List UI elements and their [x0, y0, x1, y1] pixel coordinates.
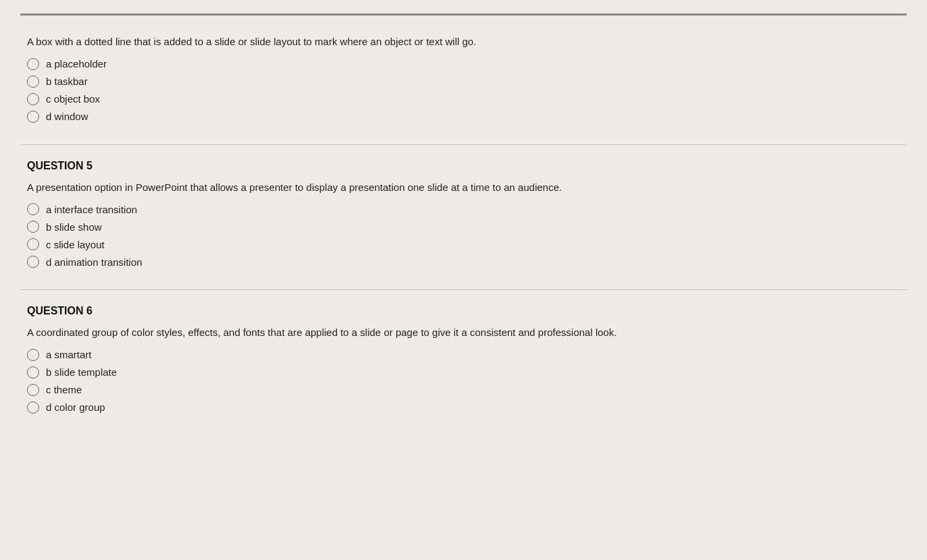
options-list-6: a smartart b slide template c theme d co…	[27, 349, 900, 414]
radio-c-q5[interactable]	[27, 238, 39, 250]
option-text-a-q6: smartart	[51, 349, 91, 360]
option-item[interactable]: c theme	[27, 384, 900, 396]
option-text-a-q5: interface transition	[51, 204, 137, 215]
radio-d-unlabeled[interactable]	[27, 111, 39, 123]
question-text-6: A coordinated group of color styles, eff…	[27, 325, 900, 341]
question-header-6: QUESTION 6	[27, 305, 900, 317]
options-list-unlabeled: a placeholder b taskbar c object box d w…	[27, 58, 900, 123]
radio-d-q5[interactable]	[27, 256, 39, 268]
option-label-a-unlabeled: a	[46, 58, 51, 69]
radio-b-unlabeled[interactable]	[27, 76, 39, 88]
option-text-d-unlabeled: window	[51, 111, 88, 122]
option-label-b-q6: b	[46, 366, 51, 378]
question-text-unlabeled: A box with a dotted line that is added t…	[27, 34, 900, 50]
option-item[interactable]: c object box	[27, 93, 900, 105]
option-text-c-q5: slide layout	[51, 239, 105, 250]
option-label-d-unlabeled: d	[46, 111, 51, 122]
option-item[interactable]: a interface transition	[27, 203, 900, 215]
question-block-unlabeled: A box with a dotted line that is added t…	[20, 22, 907, 145]
radio-b-q5[interactable]	[27, 221, 39, 233]
option-label-c-q5: c	[46, 239, 51, 250]
radio-a-q5[interactable]	[27, 203, 39, 215]
question-header-5: QUESTION 5	[27, 160, 900, 172]
option-item[interactable]: c slide layout	[27, 238, 900, 250]
option-text-c-unlabeled: object box	[51, 93, 101, 105]
option-item[interactable]: b taskbar	[27, 76, 900, 88]
option-label-a-q6: a	[46, 349, 51, 360]
option-item[interactable]: a placeholder	[27, 58, 900, 70]
option-label-d-q5: d	[46, 256, 51, 268]
option-item[interactable]: d window	[27, 111, 900, 123]
question-text-5: A presentation option in PowerPoint that…	[27, 180, 900, 196]
radio-c-q6[interactable]	[27, 384, 39, 396]
option-text-b-q5: slide show	[51, 221, 101, 233]
option-text-a-unlabeled: placeholder	[51, 58, 107, 69]
radio-a-q6[interactable]	[27, 349, 39, 361]
option-label-c-unlabeled: c	[46, 93, 51, 105]
top-border	[20, 13, 907, 16]
option-text-b-unlabeled: taskbar	[51, 76, 87, 87]
option-label-c-q6: c	[46, 384, 51, 395]
option-label-b-unlabeled: b	[46, 76, 51, 87]
radio-d-q6[interactable]	[27, 401, 39, 414]
option-item[interactable]: b slide template	[27, 366, 900, 379]
question-block-5: QUESTION 5 A presentation option in Powe…	[20, 145, 907, 291]
option-label-a-q5: a	[46, 204, 51, 215]
option-label-d-q6: d	[46, 401, 51, 413]
option-item[interactable]: b slide show	[27, 221, 900, 233]
option-item[interactable]: d color group	[27, 401, 900, 414]
radio-c-unlabeled[interactable]	[27, 93, 39, 105]
option-item[interactable]: a smartart	[27, 349, 900, 361]
radio-b-q6[interactable]	[27, 366, 39, 379]
option-text-c-q6: theme	[51, 384, 82, 395]
page-container: A box with a dotted line that is added t…	[0, 0, 927, 455]
option-label-b-q5: b	[46, 221, 51, 233]
option-item[interactable]: d animation transition	[27, 256, 900, 268]
option-text-d-q5: animation transition	[51, 256, 142, 268]
option-text-d-q6: color group	[51, 401, 105, 413]
option-text-b-q6: slide template	[51, 366, 117, 378]
options-list-5: a interface transition b slide show c sl…	[27, 203, 900, 268]
question-block-6: QUESTION 6 A coordinated group of color …	[20, 290, 907, 435]
radio-a-unlabeled[interactable]	[27, 58, 39, 70]
